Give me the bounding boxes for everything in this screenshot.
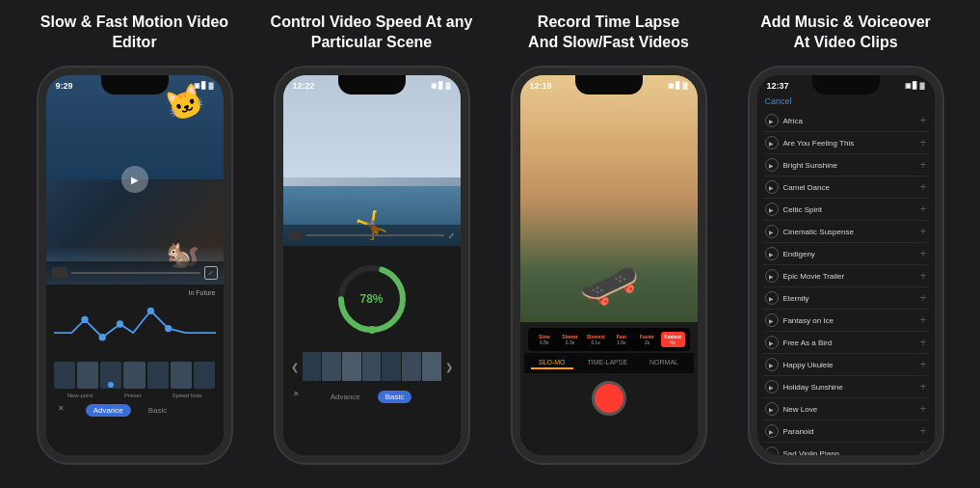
track-5: Celtic Spirit — [783, 205, 915, 214]
status-time-1: 9:29 — [56, 81, 73, 91]
add-15[interactable]: + — [919, 424, 926, 438]
play-icon-7[interactable]: ▶ — [765, 247, 779, 260]
play-icon-9[interactable]: ▶ — [765, 291, 779, 305]
play-icon-14[interactable]: ▶ — [765, 402, 779, 416]
play-icon-11[interactable]: ▶ — [765, 336, 779, 349]
music-item[interactable]: ▶ New Love + — [763, 398, 929, 420]
frame-2 — [322, 352, 341, 381]
add-4[interactable]: + — [919, 180, 926, 194]
music-item[interactable]: ▶ Camel Dance + — [763, 176, 929, 199]
speed-selector: Slow 0.5x Slower 0.3x Slowest 0.1x Fas — [528, 328, 690, 351]
add-11[interactable]: + — [919, 336, 926, 349]
music-item[interactable]: ▶ Sad Violin Piano + — [763, 443, 929, 463]
speed-slow[interactable]: Slow 0.5x — [533, 332, 557, 347]
add-10[interactable]: + — [919, 313, 926, 327]
phone1-play-btn[interactable]: ▶ — [121, 166, 148, 193]
add-africa[interactable]: + — [919, 114, 926, 127]
play-icon-13[interactable]: ▶ — [765, 380, 779, 393]
add-9[interactable]: + — [919, 291, 926, 305]
speed-dial[interactable]: 78% — [333, 260, 411, 338]
speed-fastest[interactable]: Fastest 4x — [661, 332, 685, 347]
tab-advance[interactable]: Advance — [86, 404, 131, 417]
add-7[interactable]: + — [919, 247, 926, 260]
svg-point-3 — [146, 307, 153, 313]
speed-faster[interactable]: Faster 2x — [635, 332, 659, 347]
thumb-5 — [147, 362, 169, 389]
phone-card-4: Add Music & VoiceoverAt Video Clips 12:3… — [730, 8, 962, 480]
tab-basic[interactable]: Basic — [141, 404, 175, 417]
music-item[interactable]: ▶ Fantasy on Ice + — [763, 310, 929, 332]
add-5[interactable]: + — [919, 203, 926, 216]
fullscreen-icon[interactable]: ⤢ — [204, 266, 218, 280]
arrow-right-icon[interactable]: ❯ — [442, 352, 456, 381]
svg-point-7 — [368, 326, 376, 334]
play-icon-15[interactable]: ▶ — [765, 424, 779, 438]
add-6[interactable]: + — [919, 225, 926, 238]
add-2[interactable]: + — [919, 136, 926, 149]
play-icon-6[interactable]: ▶ — [765, 225, 779, 238]
music-item[interactable]: ▶ Are You Feeling This + — [763, 132, 929, 154]
phone1-controls: In Future — [46, 285, 224, 421]
music-item[interactable]: ▶ Paranoid + — [763, 420, 929, 443]
cancel-button[interactable]: Cancel — [765, 96, 792, 106]
phone1-close-icon[interactable]: ✕ — [58, 404, 65, 413]
music-item[interactable]: ▶ Bright Sunshine + — [763, 154, 929, 176]
phone2-close-icon[interactable]: ✕ — [293, 390, 300, 398]
phone-card-1: Slow & Fast Motion Video Editor 9:29 ▣ ▊… — [19, 8, 251, 480]
play-icon-2[interactable]: ▶ — [765, 136, 779, 149]
add-3[interactable]: + — [919, 158, 926, 172]
phone1-label: In Future — [54, 289, 216, 296]
status-icons-1: ▣ ▊ ▓ — [194, 82, 214, 90]
card2-title: Control Video Speed At any Particular Sc… — [256, 8, 488, 58]
music-item[interactable]: ▶ Happy Ukulele + — [763, 354, 929, 376]
mode-slomo[interactable]: SLO-MO — [531, 357, 573, 369]
music-item[interactable]: ▶ Africa + — [763, 110, 929, 132]
track-7: Endigeny — [783, 250, 915, 258]
add-16[interactable]: + — [919, 447, 926, 460]
play-icon-10[interactable]: ▶ — [765, 313, 779, 327]
add-14[interactable]: + — [919, 402, 926, 416]
record-btn[interactable] — [592, 381, 626, 416]
play-icon-africa[interactable]: ▶ — [765, 114, 779, 127]
add-13[interactable]: + — [919, 380, 926, 393]
status-bar-3: 12:19 ▣ ▊ ▓ — [520, 77, 698, 95]
btn-speedhide[interactable]: Speed hide — [172, 393, 201, 398]
btn-preset[interactable]: Preset — [124, 393, 141, 398]
phone1-timeline[interactable] — [54, 300, 216, 358]
play-icon-16[interactable]: ▶ — [765, 447, 779, 460]
btn-newpoint[interactable]: New point — [67, 393, 93, 398]
status-icons-3: ▣ ▊ ▓ — [668, 82, 688, 90]
mode-normal[interactable]: NORMAL — [642, 357, 686, 369]
music-item[interactable]: ▶ Endigeny + — [763, 243, 929, 265]
add-12[interactable]: + — [919, 358, 926, 371]
play-icon-12[interactable]: ▶ — [765, 358, 779, 371]
play-icon-3[interactable]: ▶ — [765, 158, 779, 172]
mode-tabs: SLO-MO TIME-LAPSE NORMAL — [524, 353, 694, 373]
music-item[interactable]: ▶ Cinematic Suspense + — [763, 221, 929, 243]
music-item[interactable]: ▶ Holiday Sunshine + — [763, 376, 929, 398]
speed-slowest[interactable]: Slowest 0.1x — [584, 332, 608, 347]
add-8[interactable]: + — [919, 269, 926, 283]
speed-slower[interactable]: Slower 0.3x — [558, 332, 582, 347]
phone1-thumbnails — [54, 362, 216, 389]
play-icon-5[interactable]: ▶ — [765, 203, 779, 216]
arrow-left-icon[interactable]: ❮ — [288, 352, 302, 381]
tab2-advance[interactable]: Advance — [323, 391, 368, 403]
tab2-basic[interactable]: Basic — [378, 391, 412, 403]
music-item[interactable]: ▶ Epic Movie Trailer + — [763, 265, 929, 287]
thumb-7 — [194, 362, 215, 389]
progress-bar — [71, 272, 200, 274]
expand-icon[interactable]: ⤢ — [448, 231, 455, 240]
speed-fast[interactable]: Fast 1.5x — [610, 332, 634, 347]
mode-timelapse[interactable]: TIME-LAPSE — [580, 357, 636, 369]
track-6: Cinematic Suspense — [783, 228, 915, 236]
music-item[interactable]: ▶ Celtic Spirit + — [763, 199, 929, 221]
music-item[interactable]: ▶ Free As a Bird + — [763, 332, 929, 354]
track-2: Are You Feeling This — [783, 139, 915, 148]
play-icon-8[interactable]: ▶ — [765, 269, 779, 283]
play-icon-4[interactable]: ▶ — [765, 180, 779, 194]
track-8: Epic Movie Trailer — [783, 272, 915, 281]
phone-frame-4: 12:37 ▣ ▊ ▓ Cancel ▶ Africa + ▶ Are You … — [750, 68, 942, 463]
music-item[interactable]: ▶ Eternity + — [763, 287, 929, 310]
phone-frame-2: 12:22 ▣ ▊ ▓ 🤸 ⤢ — [276, 68, 468, 463]
